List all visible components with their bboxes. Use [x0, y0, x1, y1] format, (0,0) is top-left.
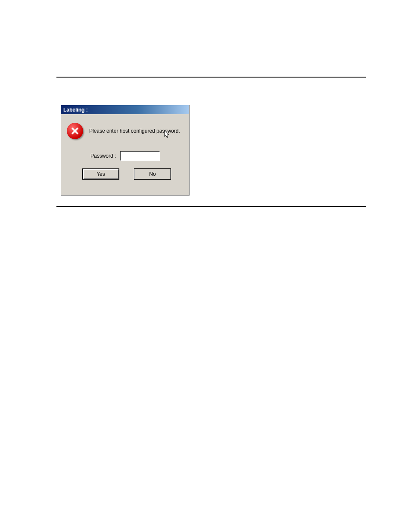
divider-bottom [56, 206, 366, 207]
dialog-title: Labeling : [63, 107, 88, 113]
password-input[interactable] [120, 151, 160, 161]
no-button[interactable]: No [134, 168, 171, 180]
password-dialog: Labeling : Please enter host configured … [61, 105, 190, 196]
message-row: Please enter host configured password. [67, 123, 183, 139]
dialog-message: Please enter host configured password. [89, 128, 180, 134]
dialog-body: Please enter host configured password. P… [61, 114, 189, 195]
yes-button[interactable]: Yes [82, 168, 119, 180]
divider-top [56, 77, 366, 78]
error-icon [67, 123, 83, 139]
password-row: Password : [90, 151, 183, 161]
button-row: Yes No [82, 168, 183, 180]
titlebar: Labeling : [61, 105, 189, 114]
password-label: Password : [90, 153, 116, 159]
